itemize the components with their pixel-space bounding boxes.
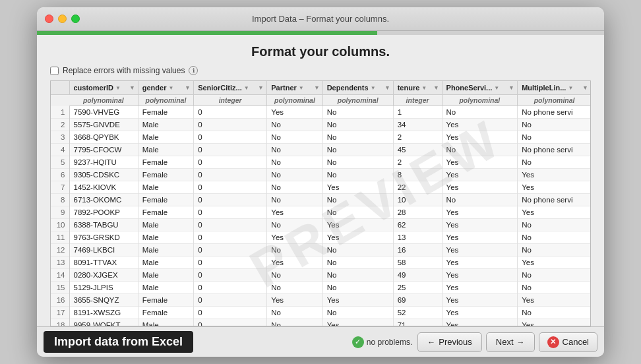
cell-16-6: 52 [393, 307, 442, 319]
main-window: Import Data – Format your columns. Forma… [37, 7, 604, 357]
cell-1-2: Male [138, 119, 193, 131]
replace-errors-row: Replace errors with missing values ℹ [50, 66, 591, 75]
cell-13-2: Male [138, 269, 193, 282]
cell-5-8: Yes [518, 169, 590, 181]
col-type-7: polynominal [518, 95, 590, 106]
traffic-lights [45, 15, 80, 23]
cell-2-8: No [518, 131, 590, 144]
table-row: 127469-LKBCIMale0NoNo16YesNo [51, 244, 590, 257]
cell-1-6: 34 [393, 119, 442, 131]
minimize-button[interactable] [58, 15, 67, 23]
cell-0-3: 0 [194, 106, 267, 119]
cell-7-8: No phone servi [518, 194, 590, 206]
import-label: Import data from Excel [44, 331, 193, 353]
cell-13-4: No [267, 269, 322, 282]
row-num-header [51, 81, 69, 95]
table-row: 59237-HQITUFemale0NoNo2YesNo [51, 156, 590, 169]
table-row: 178191-XWSZGFemale0NoNo52YesNo [51, 307, 590, 319]
cell-2-2: Male [138, 131, 193, 144]
cell-8-4: Yes [267, 206, 322, 219]
cell-1-7: Yes [442, 119, 518, 131]
cell-4-4: No [267, 156, 322, 169]
replace-errors-checkbox[interactable] [50, 67, 59, 75]
next-arrow: → [517, 338, 525, 347]
row-number: 5 [51, 156, 69, 169]
cell-14-5: No [322, 282, 393, 294]
cell-10-8: No [518, 231, 590, 244]
cell-10-3: 0 [194, 231, 267, 244]
table-row: 71452-KIOVKMale0NoYes22YesYes [51, 181, 590, 194]
cell-9-7: Yes [442, 219, 518, 231]
cell-2-6: 2 [393, 131, 442, 144]
row-number: 2 [51, 119, 69, 131]
cell-5-7: Yes [442, 169, 518, 181]
content-area: Format your columns. Replace errors with… [37, 35, 604, 326]
cell-8-6: 28 [393, 206, 442, 219]
cell-10-1: 9763-GRSKD [69, 231, 138, 244]
cell-14-7: Yes [442, 282, 518, 294]
maximize-button[interactable] [71, 15, 80, 23]
col-header-2[interactable]: SeniorCitiz...▼▾ [194, 81, 267, 95]
page-title: Format your columns. [50, 44, 591, 59]
table-row: 189959-WOFKTMale0NoYes71YesYes [51, 319, 590, 326]
cell-15-4: Yes [267, 294, 322, 307]
table-row: 86713-OKOMCFemale0NoNo10NoNo phone servi [51, 194, 590, 206]
data-table-container: PREVIEW customerID▼▾gender▼▾SeniorCitiz.… [50, 80, 591, 326]
cell-1-8: No [518, 119, 590, 131]
cell-15-2: Female [138, 294, 193, 307]
cell-7-2: Female [138, 194, 193, 206]
cell-7-7: No [442, 194, 518, 206]
row-number: 18 [51, 319, 69, 326]
cell-0-8: No phone servi [518, 106, 590, 119]
info-icon[interactable]: ℹ [189, 66, 198, 75]
cell-8-7: Yes [442, 206, 518, 219]
cell-2-3: 0 [194, 131, 267, 144]
cell-6-6: 22 [393, 181, 442, 194]
previous-button[interactable]: ← Previous [417, 332, 482, 352]
next-button[interactable]: Next → [486, 332, 535, 352]
row-number: 16 [51, 294, 69, 307]
col-header-3[interactable]: Partner▼▾ [267, 81, 322, 95]
table-row: 138091-TTVAXMale0YesNo58YesYes [51, 257, 590, 269]
table-row: 163655-SNQYZFemale0YesYes69YesYes [51, 294, 590, 307]
cell-12-5: No [322, 257, 393, 269]
table-scroll[interactable]: PREVIEW customerID▼▾gender▼▾SeniorCitiz.… [51, 81, 590, 326]
close-button[interactable] [45, 15, 53, 23]
cell-7-1: 6713-OKOMC [69, 194, 138, 206]
col-header-1[interactable]: gender▼▾ [138, 81, 193, 95]
cell-9-8: No [518, 219, 590, 231]
cell-6-3: 0 [194, 181, 267, 194]
cell-7-3: 0 [194, 194, 267, 206]
replace-errors-label: Replace errors with missing values [63, 66, 185, 75]
cell-2-7: Yes [442, 131, 518, 144]
cell-0-5: No [322, 106, 393, 119]
cell-0-6: 1 [393, 106, 442, 119]
row-num-type [51, 95, 69, 106]
cell-0-7: No [442, 106, 518, 119]
cell-4-1: 9237-HQITU [69, 156, 138, 169]
cell-15-8: Yes [518, 294, 590, 307]
col-header-0[interactable]: customerID▼▾ [69, 81, 138, 95]
cell-7-6: 10 [393, 194, 442, 206]
cell-12-4: Yes [267, 257, 322, 269]
cell-14-1: 5129-JLPIS [69, 282, 138, 294]
cell-12-3: 0 [194, 257, 267, 269]
cell-11-1: 7469-LKBCI [69, 244, 138, 257]
cell-13-1: 0280-XJGEX [69, 269, 138, 282]
cell-5-5: No [322, 169, 393, 181]
row-number: 11 [51, 231, 69, 244]
col-header-5[interactable]: tenure▼▾ [393, 81, 442, 95]
cell-11-7: Yes [442, 244, 518, 257]
cell-13-8: No [518, 269, 590, 282]
cancel-button[interactable]: ✕ Cancel [539, 332, 597, 352]
cell-0-1: 7590-VHVEG [69, 106, 138, 119]
cell-12-2: Male [138, 257, 193, 269]
col-type-4: polynominal [322, 95, 393, 106]
col-header-6[interactable]: PhoneServi...▼▾ [442, 81, 518, 95]
cell-13-3: 0 [194, 269, 267, 282]
col-header-4[interactable]: Dependents▼▾ [322, 81, 393, 95]
cell-1-5: No [322, 119, 393, 131]
cell-12-6: 58 [393, 257, 442, 269]
col-header-7[interactable]: MultipleLin...▼▾ [518, 81, 590, 95]
row-number: 12 [51, 244, 69, 257]
